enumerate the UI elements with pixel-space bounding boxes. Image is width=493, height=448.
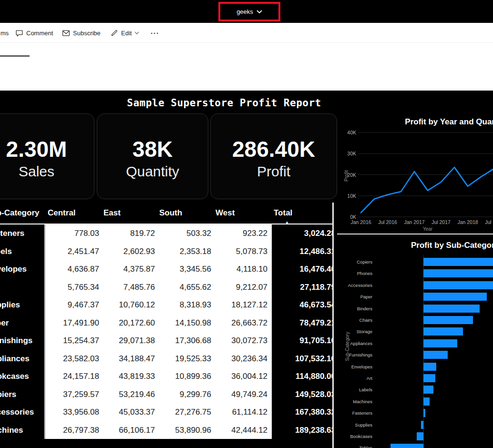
kpi-card-sales[interactable]: 2.30M Sales (0, 113, 94, 199)
cell-south: 27,276.75 (156, 403, 212, 421)
workspace-dropdown[interactable]: geeks (236, 8, 262, 15)
x-axis-tick-label: Jul 2016 (376, 219, 399, 225)
table-body: Fasteners778.03819.72503.32923.223,024.2… (0, 224, 332, 439)
line-chart-y-axis-title: Profit (344, 145, 349, 207)
cell-west: 30,236.34 (212, 350, 272, 368)
cell-total-value: 78,479.21 (272, 314, 332, 332)
cell-central: 2,451.47 (44, 243, 100, 261)
table-row[interactable]: Fasteners778.03819.72503.32923.223,024.2… (0, 224, 332, 243)
cell-central: 5,765.34 (44, 278, 100, 296)
row-label: Appliances (0, 350, 44, 368)
cell-west: 30,072.73 (212, 332, 272, 350)
kpi-card-quantity[interactable]: 38K Quantity (97, 113, 208, 199)
profit-bar[interactable] (423, 281, 493, 289)
profit-bar[interactable] (423, 305, 480, 313)
cell-south: 3,345.56 (156, 260, 212, 278)
row-label: Machines (0, 421, 44, 439)
column-header-south[interactable]: South (156, 208, 212, 218)
power-bi-report-page: geeks ms Comment Subscribe Edit ··· Samp… (0, 0, 493, 448)
profit-bar[interactable] (390, 444, 423, 448)
table-row[interactable]: Supplies9,467.3710,760.128,318.9318,127.… (0, 296, 332, 314)
profit-bar[interactable] (417, 432, 423, 440)
x-axis-tick-label: Jan 2017 (403, 219, 426, 225)
profit-bar[interactable] (423, 327, 463, 336)
bar-category-label: Bookcases (337, 434, 372, 439)
profit-bar[interactable] (423, 339, 457, 347)
matrix-table-panel: Sub-CategoryCentralEastSouthWestTotal▲ F… (0, 203, 334, 448)
table-row[interactable]: Art5,765.347,485.764,655.629,212.0727,11… (0, 278, 332, 296)
kpi-label-profit: Profit (257, 164, 290, 179)
cell-east: 34,188.47 (100, 350, 156, 368)
kpi-card-profit[interactable]: 286.40K Profit (210, 113, 337, 199)
bar-category-label: Paper (337, 294, 372, 300)
row-label: Labels (0, 243, 44, 261)
cell-central: 17,491.90 (44, 314, 100, 332)
cell-total-value: 27,118.79 (272, 278, 332, 296)
profit-bar[interactable] (423, 269, 493, 277)
more-options-button[interactable]: ··· (151, 23, 159, 43)
cell-total: 189,238.63 (272, 421, 332, 439)
profit-bar[interactable] (423, 397, 430, 406)
profit-bar[interactable] (423, 316, 473, 324)
row-label: Accessories (0, 403, 44, 421)
cell-east: 45,033.37 (100, 403, 156, 421)
profit-bar[interactable] (421, 421, 423, 429)
line-chart-svg[interactable] (337, 113, 493, 234)
cell-east: 2,602.93 (100, 243, 156, 261)
edit-button[interactable]: Edit (111, 23, 139, 43)
table-row[interactable]: Machines26,797.3866,106.1753,890.9642,44… (0, 421, 332, 439)
subscribe-label: Subscribe (73, 30, 101, 37)
table-row[interactable]: Copiers37,259.5753,219.469,299.7649,749.… (0, 386, 332, 404)
table-row[interactable]: Appliances23,582.0334,188.4719,525.3330,… (0, 350, 332, 368)
bar-category-label: Appliances (337, 341, 372, 346)
cell-west: 18,127.12 (212, 296, 272, 314)
table-row[interactable]: Furnishings15,254.3729,071.3817,306.6830… (0, 332, 332, 350)
toolbar-item-clipped-label: ms (0, 30, 9, 37)
row-label: Furnishings (0, 332, 44, 350)
bar-chart-rows: CopiersPhonesAccessoriesPaperBindersChai… (337, 237, 493, 448)
profit-bar[interactable] (423, 374, 435, 382)
bar-chart-panel[interactable]: Profit by Sub-Category CopiersPhonesAcce… (337, 237, 493, 448)
row-label: Envelopes (0, 260, 44, 278)
profit-bar[interactable] (423, 386, 433, 394)
column-header-subcategory[interactable]: Sub-Category (0, 208, 44, 218)
cell-total-value: 149,528.03 (272, 386, 332, 404)
cell-west: 26,663.72 (212, 314, 272, 332)
comment-icon (15, 29, 23, 37)
comment-button[interactable]: Comment (15, 23, 53, 43)
top-app-bar: geeks (0, 0, 493, 23)
line-chart-panel[interactable]: Profit by Year and Quarter 0K10K20K30K40… (337, 113, 493, 234)
cell-total: 167,380.32 (272, 403, 332, 421)
toolbar-item-clipped[interactable]: ms (0, 23, 9, 43)
profit-bar[interactable] (423, 258, 493, 266)
column-header-total[interactable]: Total▲ (272, 208, 332, 218)
column-header-central[interactable]: Central (44, 208, 100, 218)
cell-total-value: 107,532.16 (272, 350, 332, 368)
cell-east: 53,219.46 (100, 386, 156, 404)
cell-east: 4,375.87 (100, 260, 156, 278)
cell-central: 15,254.37 (44, 332, 100, 350)
report-title: Sample Superstore Profit Report (0, 97, 448, 109)
cell-east: 7,485.76 (100, 278, 156, 296)
column-header-west[interactable]: West (212, 208, 272, 218)
profit-bar[interactable] (423, 363, 436, 371)
bar-category-label: Labels (337, 387, 372, 393)
profit-bar[interactable] (423, 409, 425, 417)
sort-ascending-icon: ▲ (285, 221, 289, 224)
row-label: Copiers (0, 386, 44, 404)
row-label: Paper (0, 314, 44, 332)
profit-bar[interactable] (423, 293, 487, 301)
subscribe-button[interactable]: Subscribe (62, 23, 101, 43)
cell-total-value: 16,476.40 (272, 260, 332, 278)
table-row[interactable]: Envelopes4,636.874,375.873,345.564,118.1… (0, 260, 332, 278)
table-row[interactable]: Paper17,491.9020,172.6014,150.9826,663.7… (0, 314, 332, 332)
cell-total: 3,024.28 (272, 224, 332, 243)
cell-central: 24,157.18 (44, 367, 100, 386)
column-header-east[interactable]: East (100, 208, 156, 218)
kpi-value-profit: 286.40K (232, 138, 315, 160)
table-row[interactable]: Bookcases24,157.1843,819.3310,899.3636,0… (0, 367, 332, 386)
cell-total-value: 114,880.00 (272, 367, 332, 386)
table-row[interactable]: Accessories33,956.0845,033.3727,276.7561… (0, 403, 332, 421)
table-row[interactable]: Labels2,451.472,602.932,353.185,078.7312… (0, 243, 332, 261)
profit-bar[interactable] (423, 351, 448, 359)
